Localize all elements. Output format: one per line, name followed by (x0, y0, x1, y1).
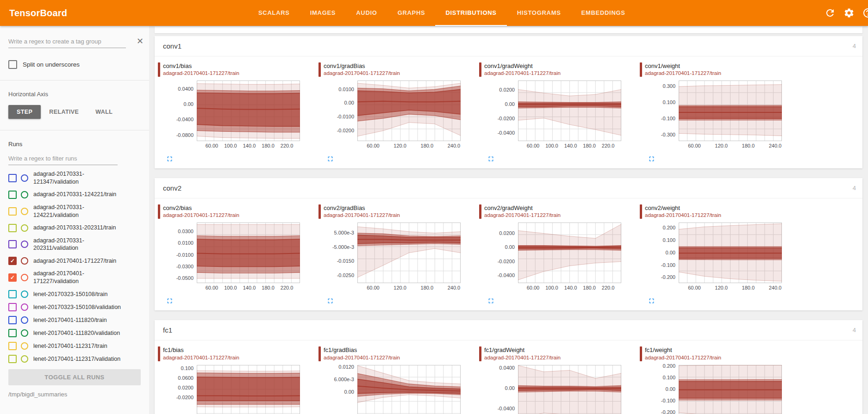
run-color-circle[interactable] (21, 303, 28, 311)
distribution-plot[interactable] (357, 365, 461, 414)
run-color-circle[interactable] (21, 355, 28, 363)
run-label: lenet-20170401-111820/train (33, 316, 126, 324)
chart-title: conv2/gradWeight (484, 204, 561, 212)
tab-scalars[interactable]: SCALARS (248, 0, 300, 26)
run-row[interactable]: adagrad-20170331-124221/validation (8, 201, 141, 222)
axis-option-step[interactable]: STEP (8, 105, 41, 119)
chart-title: conv2/weight (645, 204, 721, 212)
axis-option-wall[interactable]: WALL (87, 105, 121, 119)
run-color-circle[interactable] (21, 208, 28, 215)
run-checkbox[interactable] (8, 191, 17, 199)
run-color-circle[interactable] (21, 290, 28, 298)
run-checkbox[interactable] (8, 329, 17, 337)
run-row[interactable]: ✓adagrad-20170401-171227/train (8, 254, 141, 267)
distribution-plot[interactable] (197, 222, 300, 283)
run-row[interactable]: adagrad-20170331-202311/validation (8, 235, 141, 255)
section-header-conv1[interactable]: conv14 (155, 36, 862, 56)
run-checkbox[interactable]: ✓ (8, 257, 17, 265)
run-row[interactable]: lenet-20170401-111820/train (8, 314, 141, 327)
distribution-plot[interactable] (679, 222, 782, 283)
run-checkbox[interactable] (8, 316, 17, 324)
chart-title: conv2/gradBias (324, 204, 400, 212)
section-header-conv2[interactable]: conv24 (155, 178, 862, 198)
run-color-circle[interactable] (21, 191, 28, 198)
distribution-plot[interactable] (518, 80, 621, 141)
tab-embeddings[interactable]: EMBEDDINGS (571, 0, 636, 26)
y-tick-label: 0.00 (184, 101, 194, 107)
x-tick-label: 220.0 (599, 285, 618, 290)
run-checkbox[interactable] (8, 207, 17, 216)
expand-icon[interactable] (648, 297, 656, 305)
distribution-plot[interactable] (357, 80, 461, 141)
chart-run-subtitle: adagrad-20170401-171227/train (484, 70, 561, 77)
run-color-circle[interactable] (21, 316, 28, 324)
distribution-plot[interactable] (679, 365, 782, 414)
run-label: adagrad-20170331-124221/train (33, 191, 126, 198)
distribution-plot[interactable] (357, 222, 461, 283)
y-axis-labels: 0.1000.06000.0200-0.0200 (155, 365, 197, 414)
run-row[interactable]: adagrad-20170331-202311/train (8, 222, 141, 235)
run-checkbox[interactable] (8, 342, 17, 350)
tab-distributions[interactable]: DISTRIBUTIONS (435, 0, 506, 26)
x-axis-labels: 60.00120.0180.0240.0 (357, 283, 461, 291)
distribution-plot[interactable] (679, 80, 782, 141)
expand-icon[interactable] (487, 297, 495, 305)
distribution-plot[interactable] (518, 365, 621, 414)
tab-images[interactable]: IMAGES (300, 0, 346, 26)
refresh-icon[interactable] (824, 7, 836, 19)
section-header-fc1[interactable]: fc14 (155, 320, 862, 340)
runs-filter-input[interactable] (8, 153, 118, 165)
y-tick-label: -0.200 (661, 274, 675, 280)
run-row[interactable]: adagrad-20170331-124221/train (8, 188, 141, 201)
run-row[interactable]: lenet-20170323-150108/train (8, 288, 141, 301)
expand-icon[interactable] (648, 155, 656, 163)
expand-icon[interactable] (166, 155, 174, 163)
tag-group-regex-input[interactable] (8, 36, 126, 48)
tab-graphs[interactable]: GRAPHS (387, 0, 436, 26)
run-checkbox[interactable] (8, 240, 17, 248)
tab-histograms[interactable]: HISTOGRAMS (507, 0, 571, 26)
x-tick-label: 140.0 (562, 285, 580, 290)
close-icon[interactable]: ✕ (137, 37, 144, 45)
chart-card: conv2/biasadagrad-20170401-171227/train0… (155, 204, 315, 305)
expand-icon[interactable] (166, 297, 174, 305)
run-checkbox[interactable] (8, 174, 17, 182)
run-color-circle[interactable] (21, 342, 28, 350)
axis-option-relative[interactable]: RELATIVE (41, 105, 87, 119)
section-title: conv1 (163, 42, 181, 50)
run-color-circle[interactable] (21, 274, 28, 281)
run-color-circle[interactable] (21, 241, 28, 248)
expand-icon[interactable] (487, 155, 495, 163)
run-color-circle[interactable] (21, 329, 28, 337)
run-label: adagrad-20170331-121347/validation (33, 170, 126, 186)
run-row[interactable]: adagrad-20170331-121347/validation (8, 168, 141, 188)
run-checkbox[interactable] (8, 224, 17, 232)
run-row[interactable]: lenet-20170401-112317/validation (8, 352, 141, 365)
run-checkbox[interactable] (8, 290, 17, 298)
y-axis-labels: 0.2000.1000.00-0.100-0.200 (637, 365, 679, 414)
run-checkbox[interactable] (8, 355, 17, 363)
tab-audio[interactable]: AUDIO (346, 0, 387, 26)
distribution-plot[interactable] (197, 365, 300, 414)
run-row[interactable]: lenet-20170323-150108/validation (8, 301, 141, 314)
run-checkbox[interactable] (8, 303, 17, 311)
x-tick-label: 120.0 (712, 285, 731, 290)
help-icon[interactable] (862, 7, 868, 19)
distribution-plot[interactable] (518, 222, 621, 283)
run-row[interactable]: lenet-20170401-111820/validation (8, 327, 141, 340)
run-color-circle[interactable] (21, 224, 28, 232)
expand-icon[interactable] (326, 155, 334, 163)
run-color-circle[interactable] (21, 174, 28, 182)
expand-icon[interactable] (326, 297, 334, 305)
run-checkbox[interactable]: ✓ (8, 273, 17, 282)
run-row[interactable]: lenet-20170401-112317/train (8, 340, 141, 352)
toggle-all-runs-button[interactable]: TOGGLE ALL RUNS (8, 369, 141, 385)
x-tick-label: 100.0 (543, 143, 561, 148)
run-color-circle[interactable] (21, 257, 28, 265)
y-tick-label: -0.0200 (176, 395, 194, 400)
split-underscores-checkbox[interactable] (8, 60, 17, 69)
run-row[interactable]: ✓adagrad-20170401-171227/validation (8, 267, 141, 288)
distribution-plot[interactable] (197, 80, 300, 141)
chart-run-subtitle: adagrad-20170401-171227/train (163, 212, 239, 219)
settings-icon[interactable] (843, 7, 855, 19)
